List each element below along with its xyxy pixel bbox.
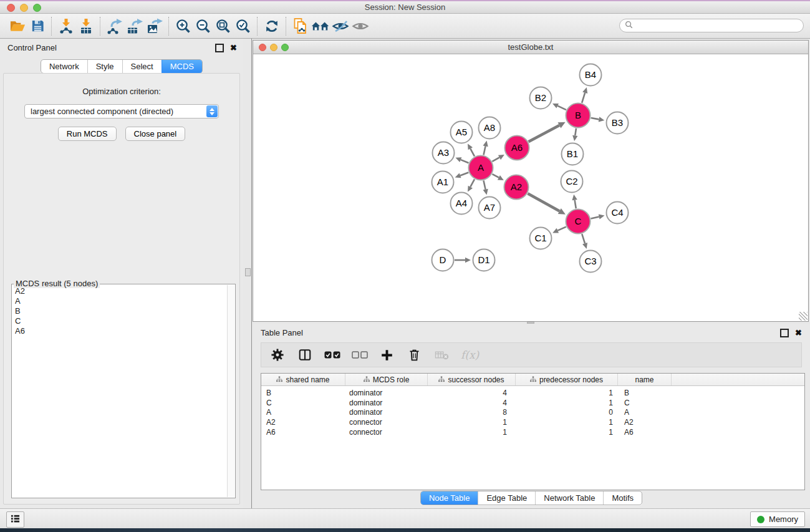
- search-field[interactable]: [619, 19, 804, 32]
- column-header-predecessor-nodes[interactable]: predecessor nodes: [516, 374, 618, 385]
- cell-predecessor_nodes[interactable]: 1: [516, 418, 618, 427]
- result-list-item[interactable]: B: [15, 306, 226, 316]
- select-all-icon[interactable]: [324, 347, 340, 364]
- node-B2[interactable]: B2: [530, 87, 552, 109]
- node-C3[interactable]: C3: [580, 251, 602, 273]
- cell-shared_name[interactable]: A: [261, 408, 345, 417]
- close-panel-button[interactable]: Close panel: [125, 127, 186, 141]
- function-builder-icon[interactable]: f(x): [461, 347, 479, 364]
- cell-predecessor_nodes[interactable]: 0: [516, 408, 618, 417]
- edge-B-B4[interactable]: [582, 87, 587, 103]
- cell-name[interactable]: C: [618, 399, 672, 407]
- tab-network-table[interactable]: Network Table: [535, 491, 603, 505]
- float-table-panel-icon[interactable]: [780, 329, 789, 337]
- tab-style[interactable]: Style: [87, 60, 122, 73]
- node-D1[interactable]: D1: [473, 249, 495, 271]
- tab-mcds[interactable]: MCDS: [162, 60, 202, 73]
- cell-successor_nodes[interactable]: 4: [428, 389, 516, 397]
- import-network-icon[interactable]: [56, 16, 76, 36]
- column-header-name[interactable]: name: [618, 374, 672, 385]
- import-table-icon[interactable]: [76, 16, 96, 36]
- zoom-out-icon[interactable]: [193, 16, 213, 36]
- result-list-scrollbar[interactable]: [227, 285, 234, 497]
- delete-column-icon[interactable]: [406, 347, 423, 364]
- hide-selected-icon[interactable]: [330, 16, 350, 36]
- open-session-icon[interactable]: [7, 16, 27, 36]
- zoom-fit-icon[interactable]: [213, 16, 233, 36]
- cell-mcds_role[interactable]: connector: [345, 428, 428, 437]
- column-header-MCDS-role[interactable]: MCDS role: [345, 374, 428, 385]
- tab-select[interactable]: Select: [122, 60, 162, 73]
- float-panel-icon[interactable]: [215, 44, 224, 52]
- node-A5[interactable]: A5: [451, 122, 473, 143]
- node-B1[interactable]: B1: [562, 143, 584, 165]
- task-history-button[interactable]: [6, 511, 24, 528]
- node-C1[interactable]: C1: [530, 228, 552, 249]
- node-A6[interactable]: A6: [505, 136, 529, 160]
- edge-B-B1[interactable]: [572, 128, 577, 141]
- edge-A-A6[interactable]: [492, 155, 504, 162]
- cell-shared_name[interactable]: A2: [261, 418, 345, 427]
- node-A7[interactable]: A7: [479, 197, 501, 219]
- panel-divider-grip[interactable]: [245, 268, 251, 276]
- node-A2[interactable]: A2: [504, 175, 529, 200]
- gear-icon[interactable]: [269, 347, 286, 364]
- export-network-icon[interactable]: [105, 16, 125, 36]
- node-C2[interactable]: C2: [561, 171, 583, 193]
- tab-network[interactable]: Network: [41, 60, 87, 73]
- cell-mcds_role[interactable]: dominator: [345, 389, 428, 397]
- node-A[interactable]: A: [469, 156, 493, 180]
- delete-table-icon[interactable]: [433, 347, 450, 364]
- table-row[interactable]: Adominator80A: [261, 407, 804, 417]
- cell-name[interactable]: A6: [618, 428, 672, 437]
- edge-A-A1[interactable]: [455, 172, 469, 178]
- table-row[interactable]: Cdominator41C: [261, 398, 804, 408]
- run-mcds-button[interactable]: Run MCDS: [58, 127, 117, 141]
- close-panel-icon[interactable]: ✖: [230, 44, 237, 52]
- result-list-item[interactable]: A2: [15, 286, 226, 296]
- zoom-selected-icon[interactable]: [233, 16, 253, 36]
- node-B4[interactable]: B4: [580, 64, 602, 86]
- edge-D-D1[interactable]: [455, 258, 471, 263]
- node-A4[interactable]: A4: [451, 193, 473, 215]
- tab-edge-table[interactable]: Edge Table: [478, 491, 535, 505]
- cell-mcds_role[interactable]: dominator: [345, 399, 428, 407]
- window-resize-grip[interactable]: [799, 312, 808, 321]
- cell-successor_nodes[interactable]: 1: [428, 428, 516, 437]
- add-column-icon[interactable]: [378, 347, 395, 364]
- table-row[interactable]: Bdominator41B: [261, 388, 804, 398]
- node-D[interactable]: D: [432, 249, 454, 271]
- edge-A-A5[interactable]: [468, 143, 475, 156]
- cell-predecessor_nodes[interactable]: 1: [516, 399, 618, 407]
- clone-network-icon[interactable]: [291, 16, 311, 36]
- cell-name[interactable]: B: [618, 389, 672, 397]
- node-C4[interactable]: C4: [607, 202, 629, 224]
- edge-C-C3[interactable]: [582, 234, 587, 249]
- cell-mcds_role[interactable]: dominator: [345, 408, 428, 417]
- close-table-panel-icon[interactable]: ✖: [795, 329, 802, 337]
- cell-shared_name[interactable]: C: [261, 399, 345, 407]
- export-image-icon[interactable]: [145, 16, 165, 36]
- deselect-all-icon[interactable]: [351, 347, 368, 364]
- edge-A-A4[interactable]: [468, 179, 475, 191]
- cell-name[interactable]: A: [618, 408, 672, 417]
- table-row[interactable]: A6connector11A6: [261, 427, 804, 437]
- horizontal-divider-grip[interactable]: [527, 322, 534, 324]
- edge-C-C4[interactable]: [591, 214, 604, 219]
- cell-shared_name[interactable]: B: [261, 389, 345, 397]
- save-session-icon[interactable]: [27, 16, 47, 36]
- edge-C-C1[interactable]: [552, 227, 566, 233]
- node-B3[interactable]: B3: [607, 112, 629, 134]
- criterion-dropdown[interactable]: largest connected component (directed): [24, 104, 219, 118]
- edge-C-C2[interactable]: [572, 195, 577, 209]
- cell-mcds_role[interactable]: connector: [345, 418, 428, 427]
- show-all-icon[interactable]: [350, 16, 370, 36]
- cell-successor_nodes[interactable]: 1: [428, 418, 516, 427]
- network-canvas[interactable]: AA1A2A3A4A5A6A7A8BB1B2B3B4CC1C2C3C4DD1: [253, 54, 808, 321]
- result-list-item[interactable]: A6: [15, 326, 226, 336]
- apply-layout-icon[interactable]: [311, 16, 330, 36]
- edge-A-A7[interactable]: [483, 181, 488, 195]
- edge-B-B3[interactable]: [591, 117, 605, 122]
- node-A8[interactable]: A8: [479, 117, 501, 139]
- result-list-item[interactable]: A: [15, 296, 226, 306]
